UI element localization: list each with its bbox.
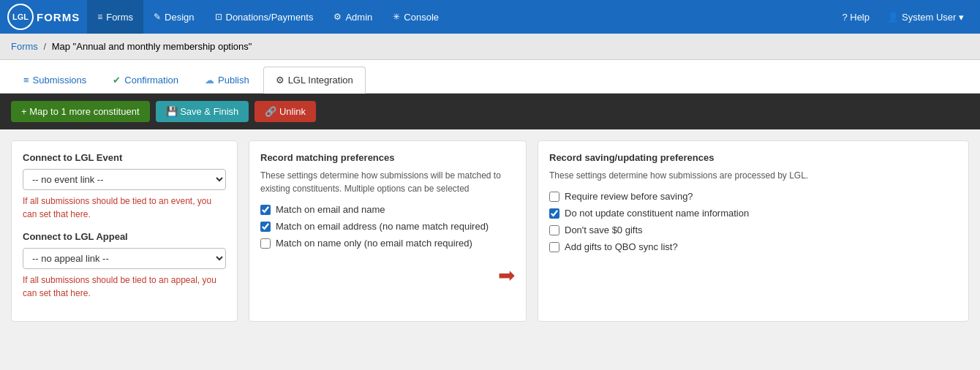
top-navigation: LGL FORMS ≡ Forms ✎ Design ⊡ Donations/P…: [0, 0, 980, 34]
match-email-checkbox[interactable]: [260, 222, 271, 232]
lgl-event-select[interactable]: -- no event link --: [23, 169, 226, 190]
submissions-tab-icon: ≡: [23, 75, 29, 86]
record-matching-card: Record matching preferences These settin…: [249, 140, 527, 322]
lgl-appeal-title: Connect to LGL Appeal: [23, 231, 226, 242]
record-saving-title: Record saving/updating preferences: [549, 152, 957, 163]
map-constituent-button[interactable]: + Map to 1 more constituent: [11, 101, 150, 122]
action-bar: + Map to 1 more constituent 💾 Save & Fin…: [0, 94, 980, 129]
record-saving-card: Record saving/updating preferences These…: [538, 140, 969, 322]
match-email-label: Match on email address (no name match re…: [276, 221, 489, 232]
tab-confirmation[interactable]: ✔ Confirmation: [100, 67, 191, 93]
logo-area: LGL FORMS: [7, 4, 80, 30]
unlink-button[interactable]: 🔗 Unlink: [255, 101, 316, 122]
tab-submissions[interactable]: ≡ Submissions: [11, 67, 99, 93]
breadcrumb-current: Map "Annual and monthly membership optio…: [52, 41, 252, 52]
confirmation-tab-icon: ✔: [113, 75, 121, 86]
nav-forms[interactable]: ≡ Forms: [87, 0, 143, 34]
lgl-tab-icon: ⚙: [276, 75, 284, 86]
dont-save-zero-checkbox[interactable]: [549, 225, 559, 235]
nav-items: ≡ Forms ✎ Design ⊡ Donations/Payments ⚙ …: [87, 0, 833, 34]
nav-right: ? Help 👤 System User ▾: [833, 0, 973, 34]
no-update-name-checkbox[interactable]: [549, 208, 559, 219]
match-email-name-checkbox[interactable]: [260, 205, 271, 215]
user-icon: 👤: [887, 12, 899, 23]
nav-donations[interactable]: ⊡ Donations/Payments: [205, 0, 324, 34]
match-email-name-label: Match on email and name: [276, 204, 385, 215]
main-content: Connect to LGL Event -- no event link --…: [0, 129, 980, 333]
nav-design[interactable]: ✎ Design: [143, 0, 204, 34]
tab-publish[interactable]: ☁ Publish: [192, 67, 262, 93]
admin-nav-icon: ⚙: [333, 12, 342, 22]
red-arrow-icon: ➡: [498, 263, 515, 287]
publish-tab-icon: ☁: [205, 75, 214, 86]
forms-label: FORMS: [37, 11, 80, 23]
save-finish-button[interactable]: 💾 Save & Finish: [156, 101, 249, 122]
match-name-only-checkbox[interactable]: [260, 238, 271, 249]
lgl-connect-card: Connect to LGL Event -- no event link --…: [11, 140, 238, 322]
lgl-logo: LGL: [7, 4, 34, 30]
add-gifts-qbo-row: Add gifts to QBO sync list?: [549, 241, 957, 252]
record-matching-desc: These settings determine how submissions…: [260, 169, 515, 195]
breadcrumb: Forms / Map "Annual and monthly membersh…: [0, 34, 980, 60]
console-nav-icon: ✳: [393, 12, 400, 22]
match-email-row: Match on email address (no name match re…: [260, 221, 515, 232]
lgl-appeal-select[interactable]: -- no appeal link --: [23, 248, 226, 269]
nav-admin[interactable]: ⚙ Admin: [323, 0, 382, 34]
no-update-name-row: Do not update constituent name informati…: [549, 208, 957, 219]
nav-console[interactable]: ✳ Console: [382, 0, 449, 34]
lgl-appeal-note: If all submissions should be tied to an …: [23, 273, 226, 300]
breadcrumb-forms-link[interactable]: Forms: [11, 41, 38, 52]
record-saving-desc: These settings determine how submissions…: [549, 169, 957, 182]
require-review-row: Require review before saving?: [549, 191, 957, 202]
match-name-only-row: Match on name only (no email match requi…: [260, 238, 515, 249]
add-gifts-qbo-label: Add gifts to QBO sync list?: [565, 241, 678, 252]
breadcrumb-separator: /: [43, 41, 46, 52]
dont-save-zero-row: Don't save $0 gifts: [549, 224, 957, 235]
lgl-event-note: If all submissions should be tied to an …: [23, 195, 226, 221]
dont-save-zero-label: Don't save $0 gifts: [565, 224, 643, 235]
tab-lgl-integration[interactable]: ⚙ LGL Integration: [263, 67, 366, 94]
add-gifts-qbo-checkbox[interactable]: [549, 242, 559, 252]
require-review-label: Require review before saving?: [565, 191, 693, 202]
user-menu[interactable]: 👤 System User ▾: [878, 0, 973, 34]
no-update-name-label: Do not update constituent name informati…: [565, 208, 749, 219]
lgl-event-title: Connect to LGL Event: [23, 152, 226, 163]
record-matching-title: Record matching preferences: [260, 152, 515, 163]
donations-nav-icon: ⊡: [215, 12, 222, 22]
match-email-name-row: Match on email and name: [260, 204, 515, 215]
match-name-only-label: Match on name only (no email match requi…: [276, 238, 472, 249]
help-link[interactable]: ? Help: [833, 0, 878, 34]
forms-nav-icon: ≡: [97, 12, 102, 22]
design-nav-icon: ✎: [154, 12, 161, 22]
tabs-bar: ≡ Submissions ✔ Confirmation ☁ Publish ⚙…: [0, 60, 980, 94]
require-review-checkbox[interactable]: [549, 192, 559, 202]
